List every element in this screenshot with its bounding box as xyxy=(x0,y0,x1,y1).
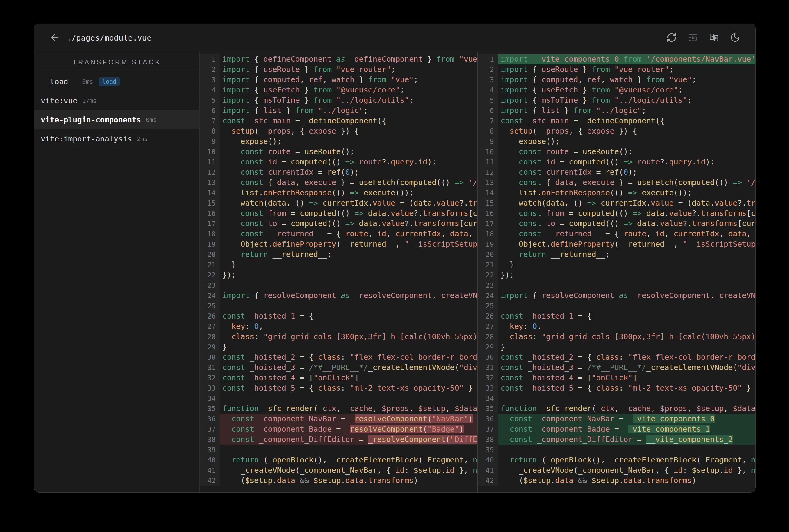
line-content xyxy=(220,280,477,290)
plugin-name: vite:vue xyxy=(41,96,77,105)
line-content: const _component_NavBar = _resolveCompon… xyxy=(220,414,477,424)
line-number: 11 xyxy=(200,157,220,167)
inline-diff-button[interactable] xyxy=(687,32,698,43)
line-content: watch(data, () => currentIdx.value = (da… xyxy=(498,198,756,208)
code-panel-after[interactable]: 1import __vite_components_0 from '/compo… xyxy=(477,52,756,492)
line-number: 5 xyxy=(200,95,220,106)
file-title-root-dot: . xyxy=(67,34,72,42)
file-title-path: /pages/module.vue xyxy=(72,34,151,42)
line-number: 8 xyxy=(200,126,220,136)
code-line: 30const _hoisted_2 = { class: "flex flex… xyxy=(200,352,477,362)
code-line: 5import { msToTime } from "../logic/util… xyxy=(200,95,477,106)
transform-stack-header: TRANSFORM STACK xyxy=(34,52,199,72)
plugin-name: vite:import-analysis xyxy=(41,134,132,143)
line-number: 10 xyxy=(200,147,220,157)
line-number: 39 xyxy=(478,445,498,455)
code-line: 42 ($setup.data && $setup.data.transform… xyxy=(478,475,756,486)
diff-panes: 1import { defineComponent as _defineComp… xyxy=(200,52,755,492)
code-line: 40 return (_openBlock(), _createElementB… xyxy=(478,455,756,465)
code-line: 39 xyxy=(478,445,756,455)
code-line: 4import { useFetch } from "@vueuse/core"… xyxy=(478,85,756,95)
line-number: 12 xyxy=(478,167,498,177)
code-line: 4import { useFetch } from "@vueuse/core"… xyxy=(200,85,477,95)
line-content: Object.defineProperty(__returned__, "__i… xyxy=(220,239,477,249)
line-content: const _hoisted_5 = { class: "ml-2 text-x… xyxy=(498,383,756,393)
line-number: 15 xyxy=(478,198,498,208)
code-line: 6import { list } from "../logic"; xyxy=(200,106,477,116)
transform-stack-item-vite-plugin-components[interactable]: vite-plugin-components0ms xyxy=(34,110,199,129)
back-button[interactable] xyxy=(49,32,60,44)
line-content: import { computed, ref, watch } from "vu… xyxy=(220,75,477,85)
dark-mode-button[interactable] xyxy=(730,32,740,43)
code-line: 12 const currentIdx = ref(0); xyxy=(478,167,756,177)
line-number: 16 xyxy=(478,208,498,218)
code-line: 14 list.onFetchResponse(() => execute())… xyxy=(478,188,756,198)
code-line: 34 xyxy=(200,393,477,403)
line-content: return (_openBlock(), _createElementBloc… xyxy=(220,455,477,465)
line-content: return __returned__; xyxy=(498,249,756,260)
line-content: const currentIdx = ref(0); xyxy=(498,167,756,177)
code-panel-before[interactable]: 1import { defineComponent as _defineComp… xyxy=(200,52,477,492)
code-line: 10 const route = useRoute(); xyxy=(478,147,756,157)
line-content xyxy=(498,445,756,455)
transform-stack-item-vite-import-analysis[interactable]: vite:import-analysis2ms xyxy=(34,129,199,148)
line-number: 24 xyxy=(200,290,220,301)
line-number: 42 xyxy=(478,475,498,486)
line-content: import { computed, ref, watch } from "vu… xyxy=(498,75,756,85)
line-number: 22 xyxy=(200,270,220,280)
topbar: ./pages/module.vue xyxy=(34,24,755,52)
line-content: const _component_Badge = __vite_componen… xyxy=(498,424,756,434)
line-number: 25 xyxy=(478,301,498,311)
plugin-name: vite-plugin-components xyxy=(41,115,141,124)
load-badge: load xyxy=(98,77,121,86)
code-line: 19 Object.defineProperty(__returned__, "… xyxy=(478,239,756,249)
code-line: 38 const _component_DiffEditor = __vite_… xyxy=(478,434,756,445)
line-content: import { defineComponent as _defineCompo… xyxy=(220,54,477,64)
code-line: 36 const _component_NavBar = __vite_comp… xyxy=(478,414,756,424)
code-line: 11 const id = computed(() => route?.quer… xyxy=(478,157,756,167)
line-number: 22 xyxy=(478,270,498,280)
transform-stack-item--load-[interactable]: __load__0msload xyxy=(34,72,199,91)
code-line: 41 _createVNode(_component_NavBar, { id:… xyxy=(200,465,477,475)
plugin-name: __load__ xyxy=(41,77,77,86)
line-content: Object.defineProperty(__returned__, "__i… xyxy=(498,239,756,249)
transform-stack-sidebar: TRANSFORM STACK __load__0msloadvite:vue1… xyxy=(34,52,200,492)
code-line: 39 xyxy=(200,445,477,455)
code-line: 41 _createVNode(_component_NavBar, { id:… xyxy=(478,465,756,475)
side-by-side-diff-button[interactable] xyxy=(709,32,719,43)
code-line: 28 class: "grid grid-cols-[300px,3fr] h-… xyxy=(478,331,756,342)
code-line: 14 list.onFetchResponse(() => execute())… xyxy=(200,188,477,198)
code-line: 33const _hoisted_5 = { class: "ml-2 text… xyxy=(478,383,756,393)
refresh-button[interactable] xyxy=(666,32,677,43)
side-by-side-diff-icon xyxy=(709,32,719,43)
line-number: 3 xyxy=(200,75,220,85)
line-content: _createVNode(_component_NavBar, { id: $s… xyxy=(220,465,477,475)
line-content: import { resolveComponent as _resolveCom… xyxy=(498,290,756,301)
plugin-time: 17ms xyxy=(82,97,96,104)
line-number: 4 xyxy=(478,85,498,95)
line-content: const to = computed(() => data.value?.tr… xyxy=(498,218,756,229)
plugin-time: 0ms xyxy=(82,78,93,85)
plugin-time: 2ms xyxy=(137,135,148,142)
code-line: 27 key: 0, xyxy=(200,321,477,331)
line-content: const _hoisted_4 = ["onClick"] xyxy=(498,373,756,383)
line-content: _createVNode(_component_NavBar, { id: $s… xyxy=(498,465,756,475)
code-line: 37 const _component_Badge = _resolveComp… xyxy=(200,424,477,434)
line-number: 21 xyxy=(478,260,498,270)
line-number: 31 xyxy=(200,362,220,373)
line-number: 29 xyxy=(478,342,498,352)
line-number: 30 xyxy=(200,352,220,362)
line-number: 38 xyxy=(200,434,220,445)
line-number: 33 xyxy=(478,383,498,393)
line-number: 4 xyxy=(200,85,220,95)
line-number: 5 xyxy=(478,95,498,106)
line-number: 18 xyxy=(478,229,498,239)
code-line: 20 return __returned__; xyxy=(478,249,756,260)
transform-stack-item-vite-vue[interactable]: vite:vue17ms xyxy=(34,91,199,110)
line-number: 12 xyxy=(200,167,220,177)
line-content xyxy=(498,393,756,403)
line-number: 28 xyxy=(200,331,220,342)
code-line: 5import { msToTime } from "../logic/util… xyxy=(478,95,756,106)
line-number: 9 xyxy=(478,136,498,147)
code-line: 21 } xyxy=(478,260,756,270)
